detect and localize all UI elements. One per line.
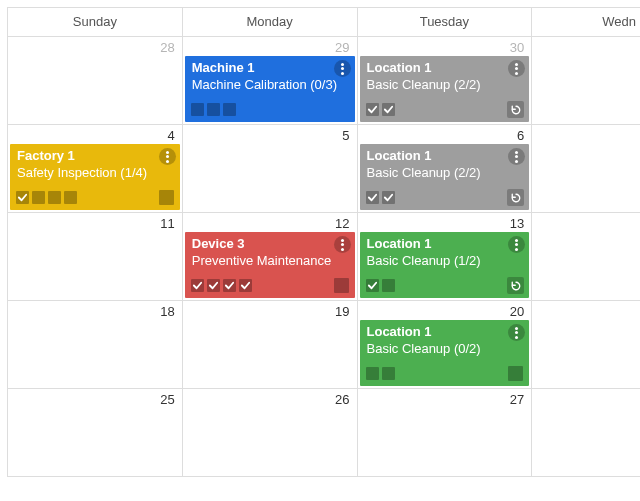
day-number: 5 xyxy=(183,125,357,143)
calendar-cell[interactable] xyxy=(532,213,640,301)
calendar-cell[interactable]: 5 xyxy=(182,125,357,213)
event-title: Location 1 xyxy=(367,324,524,340)
day-number: 25 xyxy=(8,389,182,407)
event-task-row xyxy=(366,366,524,381)
calendar-cell[interactable]: 25 xyxy=(8,389,183,477)
calendar-cell[interactable]: 11 xyxy=(8,213,183,301)
calendar-event[interactable]: Location 1Basic Cleanup (2/2) xyxy=(360,56,530,122)
day-number: 28 xyxy=(8,37,182,55)
event-title: Device 3 xyxy=(192,236,349,252)
calendar-cell[interactable]: 18 xyxy=(8,301,183,389)
header-sunday: Sunday xyxy=(8,8,183,37)
task-done-icon[interactable] xyxy=(382,103,395,116)
task-done-icon[interactable] xyxy=(191,279,204,292)
calendar-event[interactable]: Location 1Basic Cleanup (1/2) xyxy=(360,232,530,298)
calendar-event[interactable]: Device 3Preventive Maintenance xyxy=(185,232,355,298)
day-number: 18 xyxy=(8,301,182,319)
task-pending-icon[interactable] xyxy=(207,103,220,116)
event-marker-icon xyxy=(159,190,174,205)
task-pending-icon[interactable] xyxy=(32,191,45,204)
calendar-event[interactable]: Machine 1Machine Calibration (0/3) xyxy=(185,56,355,122)
calendar: Sunday Monday Tuesday Wedn 2829Machine 1… xyxy=(7,7,640,477)
event-subtitle: Safety Inspection (1/4) xyxy=(17,165,174,181)
event-task-row xyxy=(191,102,349,117)
task-done-icon[interactable] xyxy=(207,279,220,292)
day-number: 13 xyxy=(358,213,532,231)
task-pending-icon[interactable] xyxy=(366,367,379,380)
calendar-cell[interactable]: 28 xyxy=(8,37,183,125)
calendar-cell[interactable]: 20Location 1Basic Cleanup (0/2) xyxy=(357,301,532,389)
calendar-week: 2829Machine 1Machine Calibration (0/3)30… xyxy=(8,37,641,125)
kebab-icon[interactable] xyxy=(334,236,351,253)
calendar-cell[interactable]: 6Location 1Basic Cleanup (2/2) xyxy=(357,125,532,213)
event-title: Location 1 xyxy=(367,60,524,76)
calendar-week: 252627 xyxy=(8,389,641,477)
event-subtitle: Basic Cleanup (0/2) xyxy=(367,341,524,357)
calendar-header-row: Sunday Monday Tuesday Wedn xyxy=(8,8,641,37)
calendar-cell[interactable] xyxy=(532,301,640,389)
event-subtitle: Basic Cleanup (1/2) xyxy=(367,253,524,269)
day-number: 19 xyxy=(183,301,357,319)
event-title: Factory 1 xyxy=(17,148,174,164)
calendar-cell[interactable]: 4Factory 1Safety Inspection (1/4) xyxy=(8,125,183,213)
calendar-cell[interactable]: 30Location 1Basic Cleanup (2/2) xyxy=(357,37,532,125)
day-number: 12 xyxy=(183,213,357,231)
event-task-row xyxy=(191,278,349,293)
event-title: Machine 1 xyxy=(192,60,349,76)
calendar-week: 4Factory 1Safety Inspection (1/4)56Locat… xyxy=(8,125,641,213)
kebab-icon[interactable] xyxy=(159,148,176,165)
task-pending-icon[interactable] xyxy=(191,103,204,116)
calendar-cell[interactable]: 13Location 1Basic Cleanup (1/2) xyxy=(357,213,532,301)
task-pending-icon[interactable] xyxy=(382,279,395,292)
event-task-row xyxy=(366,190,524,205)
calendar-event[interactable]: Location 1Basic Cleanup (2/2) xyxy=(360,144,530,210)
repeat-icon[interactable] xyxy=(507,101,524,118)
task-pending-icon[interactable] xyxy=(48,191,61,204)
repeat-icon[interactable] xyxy=(507,189,524,206)
task-done-icon[interactable] xyxy=(16,191,29,204)
event-subtitle: Basic Cleanup (2/2) xyxy=(367,165,524,181)
event-title: Location 1 xyxy=(367,236,524,252)
day-number xyxy=(532,125,640,128)
task-done-icon[interactable] xyxy=(223,279,236,292)
task-done-icon[interactable] xyxy=(366,103,379,116)
app-frame: Sunday Monday Tuesday Wedn 2829Machine 1… xyxy=(0,0,640,501)
event-subtitle: Machine Calibration (0/3) xyxy=(192,77,349,93)
task-pending-icon[interactable] xyxy=(382,367,395,380)
day-number: 27 xyxy=(358,389,532,407)
header-tuesday: Tuesday xyxy=(357,8,532,37)
kebab-icon[interactable] xyxy=(334,60,351,77)
calendar-cell[interactable]: 27 xyxy=(357,389,532,477)
calendar-cell[interactable] xyxy=(532,389,640,477)
day-number xyxy=(532,301,640,304)
event-task-row xyxy=(366,102,524,117)
day-number: 4 xyxy=(8,125,182,143)
day-number: 6 xyxy=(358,125,532,143)
calendar-cell[interactable] xyxy=(532,37,640,125)
repeat-icon[interactable] xyxy=(507,277,524,294)
event-task-row xyxy=(366,278,524,293)
task-pending-icon[interactable] xyxy=(64,191,77,204)
calendar-cell[interactable]: 12Device 3Preventive Maintenance xyxy=(182,213,357,301)
event-subtitle: Basic Cleanup (2/2) xyxy=(367,77,524,93)
event-task-row xyxy=(16,190,174,205)
calendar-cell[interactable] xyxy=(532,125,640,213)
event-marker-icon xyxy=(508,366,523,381)
day-number xyxy=(532,213,640,216)
calendar-cell[interactable]: 29Machine 1Machine Calibration (0/3) xyxy=(182,37,357,125)
calendar-cell[interactable]: 26 xyxy=(182,389,357,477)
day-number xyxy=(532,389,640,392)
task-done-icon[interactable] xyxy=(366,279,379,292)
calendar-event[interactable]: Location 1Basic Cleanup (0/2) xyxy=(360,320,530,386)
task-pending-icon[interactable] xyxy=(223,103,236,116)
event-title: Location 1 xyxy=(367,148,524,164)
calendar-event[interactable]: Factory 1Safety Inspection (1/4) xyxy=(10,144,180,210)
task-done-icon[interactable] xyxy=(239,279,252,292)
task-done-icon[interactable] xyxy=(382,191,395,204)
day-number: 29 xyxy=(183,37,357,55)
event-marker-icon xyxy=(334,278,349,293)
calendar-body: 2829Machine 1Machine Calibration (0/3)30… xyxy=(8,37,641,477)
task-done-icon[interactable] xyxy=(366,191,379,204)
calendar-week: 181920Location 1Basic Cleanup (0/2) xyxy=(8,301,641,389)
calendar-cell[interactable]: 19 xyxy=(182,301,357,389)
